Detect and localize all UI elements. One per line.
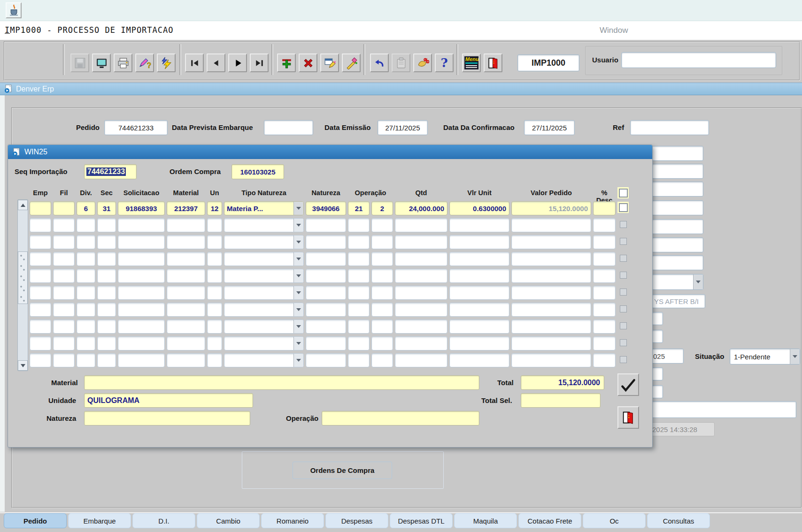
grid-cell-div[interactable] [77,303,95,317]
exit-button[interactable] [484,53,502,72]
grid-cell-natureza[interactable] [306,269,346,283]
grid-cell-fil[interactable] [53,252,75,266]
tab-romaneio[interactable]: Romaneio [261,513,324,528]
help-button[interactable]: ? [435,53,454,72]
grid-cell-vlr_unit[interactable] [449,286,509,300]
grid-cell-emp[interactable] [30,218,51,232]
tab-d-i-[interactable]: D.I. [132,513,195,528]
grid-cell-fil[interactable] [53,353,75,367]
grid-cell-solicitacao[interactable] [118,235,165,249]
data-confirmacao-field[interactable]: 27/11/2025 [524,120,575,135]
enter-query-button[interactable] [342,53,361,72]
grid-cell-div[interactable] [77,269,95,283]
chevron-down-icon[interactable] [293,236,303,249]
ordem-compra-field[interactable]: 160103025 [231,164,284,179]
undo-button[interactable] [370,53,389,72]
chevron-down-icon[interactable] [790,349,800,364]
grid-cell-un[interactable] [207,286,222,300]
tab-despesas-dtl[interactable]: Despesas DTL [390,513,453,528]
grid-cell-un[interactable] [207,269,222,283]
scroll-down-button[interactable] [18,360,28,371]
grid-cell-fil[interactable] [53,201,75,215]
grid-cell-emp[interactable] [30,319,51,334]
grid-cell-tipo_natureza[interactable] [224,269,304,283]
grid-cell-valor_pedido[interactable] [511,353,591,367]
background-combobox[interactable] [652,274,703,290]
grid-cell-material[interactable] [167,269,205,283]
grid-cell-vlr_unit[interactable] [449,252,509,266]
grid-cell-sec[interactable] [97,319,116,334]
module-code-field[interactable]: IMP1000 [517,54,579,71]
ref-field[interactable] [630,120,709,135]
grid-cell-qtd[interactable] [395,218,447,232]
grid-cell-fil[interactable] [53,269,75,283]
date-fragment-field[interactable]: 025 [650,349,684,364]
grid-cell-perc_desc[interactable] [593,235,616,249]
grid-cell-perc_desc[interactable] [593,218,616,232]
grid-cell-un[interactable] [207,353,222,367]
grid-cell-perc_desc[interactable] [593,252,616,266]
grid-cell-operacao2[interactable] [371,218,393,232]
chevron-down-icon[interactable] [293,219,303,232]
field-fragment[interactable] [652,367,663,380]
grid-cell-material[interactable] [167,286,205,300]
grid-cell-operacao1[interactable] [348,319,370,334]
grid-cell-operacao1[interactable] [348,303,370,317]
total-field[interactable]: 15,120.0000 [521,375,604,390]
grid-cell-fil[interactable] [53,286,75,300]
ordens-de-compra-button[interactable]: Ordens De Compra [293,462,392,479]
grid-cell-natureza[interactable] [306,218,346,232]
data-prevista-field[interactable] [264,120,313,135]
background-field[interactable] [652,200,703,215]
grid-cell-tipo_natureza[interactable] [224,218,304,232]
grid-cell-perc_desc[interactable] [593,303,616,317]
grid-cell-operacao2[interactable] [371,286,393,300]
days-after-bl-field[interactable]: YS AFTER B/I [652,294,705,308]
next-record-button[interactable] [228,53,247,72]
material-field[interactable] [84,375,479,390]
grid-cell-fil[interactable] [53,303,75,317]
grid-cell-qtd[interactable]: 24,000.000 [395,201,447,215]
java-icon[interactable] [6,2,22,18]
grid-cell-emp[interactable] [30,235,51,249]
background-field[interactable] [652,237,703,252]
chevron-down-icon[interactable] [293,354,303,367]
usuario-input[interactable] [621,52,776,68]
edit-query-button[interactable] [320,53,339,72]
grid-cell-tipo_natureza[interactable] [224,336,304,350]
pedido-field[interactable]: 744621233 [104,120,168,135]
print-button[interactable] [114,53,132,72]
hand-scissors-button[interactable] [413,53,432,72]
chevron-down-icon[interactable] [293,252,303,266]
grid-cell-vlr_unit[interactable] [449,336,509,350]
grid-cell-operacao2[interactable] [371,336,393,350]
grid-cell-qtd[interactable] [395,252,447,266]
chevron-down-icon[interactable] [693,274,703,289]
grid-cell-emp[interactable] [30,353,51,367]
grid-cell-div[interactable] [77,319,95,334]
grid-cell-perc_desc[interactable] [593,336,616,350]
grid-cell-solicitacao[interactable] [118,269,165,283]
grid-cell-perc_desc[interactable] [593,286,616,300]
grid-cell-solicitacao[interactable] [118,286,165,300]
grid-cell-solicitacao[interactable] [118,303,165,317]
select-all-checkbox[interactable] [617,187,629,198]
grid-cell-div[interactable]: 6 [77,201,95,215]
grid-cell-natureza[interactable] [306,235,346,249]
grid-cell-sec[interactable] [97,303,116,317]
delete-record-button[interactable] [299,53,317,72]
unidade-field[interactable]: QUILOGRAMA [84,393,253,408]
wide-background-field[interactable] [652,401,796,418]
grid-cell-fil[interactable] [53,336,75,350]
grid-cell-un[interactable] [207,319,222,334]
grid-cell-natureza[interactable] [306,353,346,367]
grid-cell-operacao2[interactable]: 2 [371,201,393,215]
data-emissao-field[interactable]: 27/11/2025 [378,120,428,135]
win25-titlebar[interactable]: WIN25 [8,145,652,159]
grid-cell-tipo_natureza[interactable] [224,252,304,266]
grid-cell-valor_pedido[interactable]: 15,120.0000 [511,201,591,215]
grid-cell-valor_pedido[interactable] [511,269,591,283]
grid-cell-operacao1[interactable] [348,269,370,283]
tab-cambio[interactable]: Cambio [197,513,260,528]
grid-cell-emp[interactable] [30,201,51,215]
